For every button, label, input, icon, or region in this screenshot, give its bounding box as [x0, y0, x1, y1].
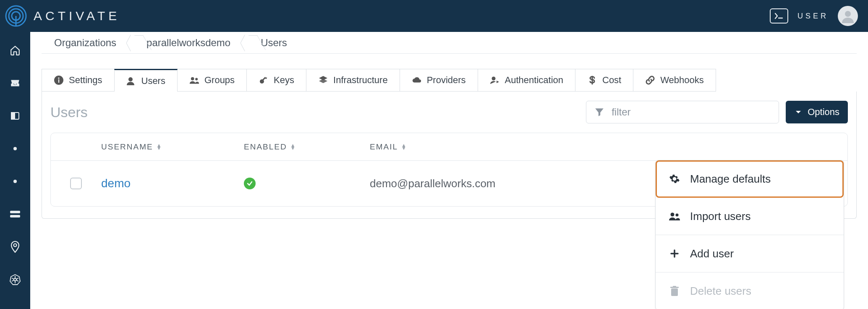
breadcrumb-item[interactable]: Users: [249, 32, 297, 53]
rail-inbox-icon[interactable]: [8, 76, 22, 90]
tab-label: Settings: [69, 75, 102, 86]
email-text: demo@parallelworks.com: [370, 177, 496, 190]
layers-icon: [318, 75, 328, 85]
dollar-icon: [587, 75, 597, 85]
brand: ACTIVATE: [5, 5, 120, 27]
svg-point-24: [195, 78, 198, 80]
options-menu: Manage defaults Import users Add user: [655, 160, 844, 309]
tab-keys[interactable]: Keys: [246, 69, 306, 92]
menu-import-users[interactable]: Import users: [656, 198, 844, 235]
tab-infrastructure[interactable]: Infrastructure: [306, 69, 400, 92]
content: Settings Users Groups Keys: [42, 54, 868, 309]
rail-dot-1[interactable]: [8, 142, 22, 155]
svg-rect-20: [58, 79, 59, 83]
terminal-button[interactable]: [770, 8, 788, 24]
table-header: USERNAME ▲▼ ENABLED ▲▼ EMAIL ▲▼: [51, 133, 847, 161]
sort-icon: ▲▼: [401, 144, 407, 150]
tab-label: Users: [141, 76, 165, 86]
rail-home-icon[interactable]: [8, 44, 22, 57]
user-label: USER: [797, 12, 829, 21]
tab-settings[interactable]: Settings: [42, 69, 115, 92]
tab-providers[interactable]: Providers: [400, 69, 478, 92]
brand-name: ACTIVATE: [34, 9, 120, 23]
menu-delete-users[interactable]: Delete users: [656, 272, 844, 309]
sort-icon: ▲▼: [157, 144, 162, 150]
rail-pin-icon[interactable]: [8, 240, 22, 254]
plus-icon: [668, 249, 681, 259]
rail-dot-2[interactable]: [8, 175, 22, 188]
col-label: USERNAME: [101, 142, 153, 152]
filter-input[interactable]: [611, 106, 771, 118]
breadcrumb-item[interactable]: parallelworksdemo: [135, 32, 241, 53]
col-email[interactable]: EMAIL ▲▼: [370, 142, 847, 152]
navbar: ACTIVATE USER: [0, 0, 868, 32]
breadcrumb-sep: [241, 32, 249, 53]
filter-wrap[interactable]: [586, 101, 779, 123]
chevron-down-icon: [794, 108, 803, 116]
svg-line-17: [12, 280, 14, 281]
rail-server-icon[interactable]: [8, 207, 22, 221]
side-rail: [0, 32, 30, 309]
cloud-icon: [412, 75, 422, 85]
panel-title: Users: [50, 104, 88, 120]
rail-panel-icon[interactable]: [8, 109, 22, 123]
user-icon: [126, 76, 136, 86]
options-button[interactable]: Options: [786, 101, 848, 123]
svg-rect-35: [671, 288, 678, 296]
col-enabled[interactable]: ENABLED ▲▼: [244, 142, 370, 152]
svg-point-32: [676, 214, 679, 217]
info-icon: [54, 75, 64, 85]
username-link[interactable]: demo: [101, 177, 131, 190]
svg-point-10: [14, 244, 17, 247]
users-icon: [189, 75, 199, 85]
svg-point-12: [14, 278, 16, 281]
tab-webhooks[interactable]: Webhooks: [633, 69, 716, 92]
tab-cost[interactable]: Cost: [575, 69, 633, 92]
svg-rect-7: [11, 113, 15, 119]
avatar[interactable]: [838, 6, 858, 26]
panel-head: Users Options: [50, 101, 848, 123]
svg-point-30: [492, 77, 495, 81]
svg-point-21: [58, 77, 59, 79]
svg-point-23: [191, 77, 194, 81]
tab-groups[interactable]: Groups: [177, 69, 247, 92]
navbar-right: USER: [770, 6, 858, 26]
svg-line-18: [16, 278, 18, 279]
brand-logo-icon: [5, 5, 27, 27]
svg-marker-29: [319, 79, 327, 83]
users-panel: Users Options USERNAME ▲▼: [42, 92, 857, 219]
rail-wheel-icon[interactable]: [8, 273, 22, 286]
svg-line-16: [16, 280, 18, 281]
tab-authentication[interactable]: Authentication: [478, 69, 575, 92]
tab-users[interactable]: Users: [114, 69, 178, 92]
avatar-icon: [841, 9, 855, 23]
main: Organizations parallelworksdemo Users Se…: [42, 32, 868, 309]
col-username[interactable]: USERNAME ▲▼: [101, 142, 244, 152]
breadcrumb-item[interactable]: Organizations: [42, 32, 126, 53]
menu-manage-defaults[interactable]: Manage defaults: [656, 160, 844, 198]
menu-label: Add user: [690, 247, 734, 260]
svg-point-31: [671, 213, 675, 217]
svg-rect-9: [10, 215, 20, 217]
svg-rect-8: [10, 211, 20, 213]
svg-point-5: [845, 11, 851, 17]
link-icon: [645, 75, 655, 85]
trash-icon: [668, 286, 681, 297]
menu-add-user[interactable]: Add user: [656, 235, 844, 272]
tab-label: Providers: [427, 75, 466, 86]
tab-label: Cost: [602, 75, 621, 86]
menu-label: Delete users: [690, 285, 751, 298]
svg-rect-37: [673, 286, 676, 287]
tab-label: Webhooks: [660, 75, 704, 86]
tab-label: Authentication: [505, 75, 563, 86]
users-table: USERNAME ▲▼ ENABLED ▲▼ EMAIL ▲▼ demo: [50, 133, 848, 207]
options-label: Options: [808, 107, 839, 118]
row-checkbox[interactable]: [70, 178, 82, 189]
gear-icon: [668, 173, 681, 184]
tab-label: Keys: [274, 75, 294, 86]
users-icon: [668, 211, 681, 221]
tab-label: Infrastructure: [333, 75, 388, 86]
svg-point-22: [128, 77, 133, 81]
tabs: Settings Users Groups Keys: [42, 69, 801, 92]
key-icon: [259, 75, 269, 85]
